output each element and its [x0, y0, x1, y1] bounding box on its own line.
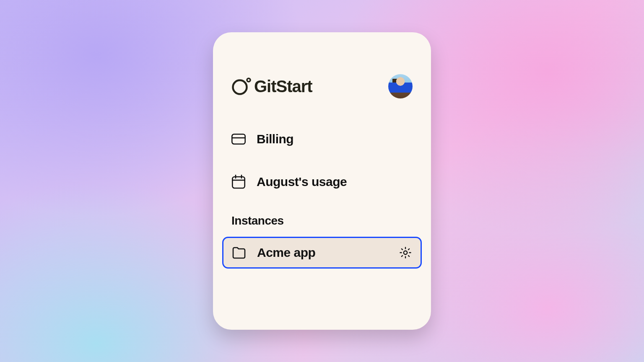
- svg-rect-4: [232, 177, 244, 188]
- instances-heading: Instances: [231, 214, 413, 228]
- brand-name: GitStart: [254, 77, 312, 96]
- user-avatar[interactable]: [388, 74, 413, 98]
- nav-item-usage[interactable]: August's usage: [231, 171, 413, 192]
- svg-rect-2: [232, 134, 245, 144]
- instance-item-label: Acme app: [257, 246, 399, 260]
- credit-card-icon: [231, 134, 246, 145]
- settings-card: GitStart Billing August's usage Instance…: [213, 32, 431, 330]
- svg-point-1: [247, 78, 250, 82]
- instance-item-acme-app[interactable]: Acme app: [222, 237, 422, 269]
- calendar-icon: [231, 175, 246, 189]
- nav-item-label: August's usage: [257, 175, 347, 189]
- brand-logo-mark-icon: [231, 77, 252, 96]
- nav-item-label: Billing: [257, 132, 293, 146]
- gear-icon[interactable]: [399, 246, 412, 259]
- svg-point-8: [404, 251, 407, 254]
- brand-logo: GitStart: [231, 77, 312, 96]
- nav-item-billing[interactable]: Billing: [231, 129, 413, 150]
- svg-point-0: [233, 80, 247, 94]
- folder-icon: [232, 246, 246, 259]
- card-header: GitStart: [231, 74, 413, 98]
